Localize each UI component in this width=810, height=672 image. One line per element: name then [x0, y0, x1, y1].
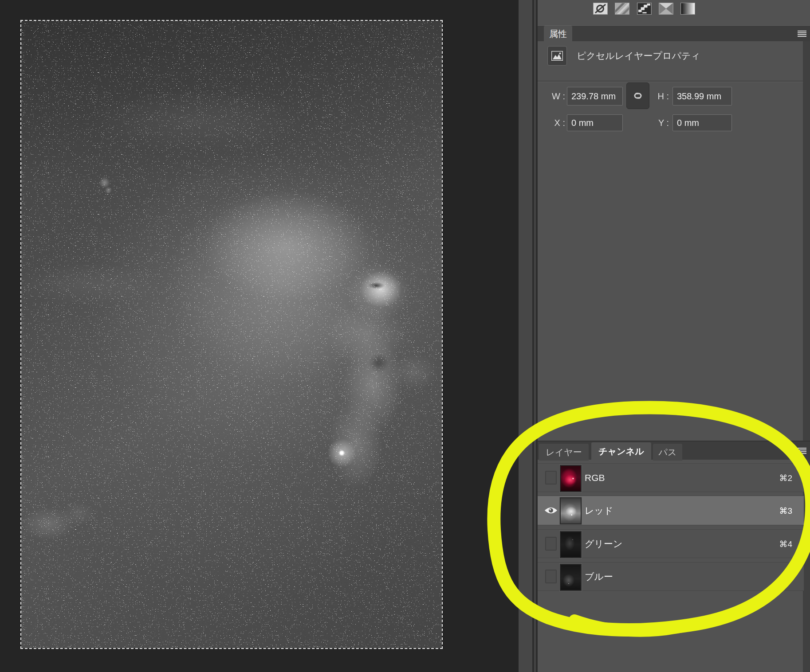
visibility-cell[interactable] — [541, 563, 561, 590]
width-label: W : — [541, 91, 565, 102]
panel-left-border — [532, 0, 538, 672]
channel-shortcut: ⌘2 — [779, 473, 792, 483]
channel-label: グリーン — [585, 538, 622, 550]
channel-row-red[interactable]: レッド ⌘3 — [538, 496, 804, 525]
channel-row-rgb[interactable]: RGB ⌘2 — [538, 463, 804, 492]
channel-thumbnail-rgb — [560, 465, 582, 492]
channel-label: レッド — [585, 504, 613, 517]
visibility-checkbox[interactable] — [545, 471, 557, 484]
channel-row-green[interactable]: グリーン ⌘4 — [538, 529, 804, 558]
channel-shortcut: ⌘4 — [779, 539, 792, 549]
channel-row-blue[interactable]: ブルー — [538, 562, 804, 591]
y-label: Y : — [649, 118, 669, 128]
channel-label: RGB — [585, 473, 605, 483]
photoshop-workspace: 属性 ピクセルレイヤープロパティ W : H : — [0, 0, 810, 672]
gradient-presets-panel — [538, 0, 810, 26]
document-canvas-area — [0, 0, 519, 672]
y-input[interactable] — [672, 114, 732, 131]
height-label: H : — [649, 91, 669, 102]
gradient-steps-icon[interactable] — [637, 3, 652, 15]
panel-scroll-rail[interactable] — [803, 25, 810, 672]
gradient-stripes-icon[interactable] — [615, 3, 629, 15]
eye-icon[interactable] — [544, 506, 558, 515]
tab-properties[interactable]: 属性 — [544, 26, 572, 42]
link-chain-icon — [631, 91, 645, 100]
channels-panel-menu-icon[interactable] — [798, 448, 806, 454]
channels-tab-strip: レイヤー チャンネル パス — [538, 441, 810, 460]
channel-thumbnail-blue — [560, 564, 582, 591]
document-panel-gap — [519, 0, 532, 672]
gradient-triangles-icon[interactable] — [659, 3, 673, 15]
star-noise-overlay — [21, 21, 442, 648]
visibility-checkbox[interactable] — [545, 537, 557, 551]
properties-tab-strip: 属性 — [538, 25, 810, 41]
x-label: X : — [541, 118, 565, 128]
x-input[interactable] — [567, 114, 623, 131]
channel-thumbnail-green — [560, 531, 582, 558]
nebula-image-selection[interactable] — [21, 21, 442, 648]
visibility-cell[interactable] — [541, 464, 561, 492]
tab-paths[interactable]: パス — [653, 444, 682, 461]
tab-channels[interactable]: チャンネル — [591, 442, 651, 461]
panel-column: 属性 ピクセルレイヤープロパティ W : H : — [538, 0, 810, 672]
properties-divider — [538, 81, 803, 82]
width-input[interactable] — [567, 87, 623, 105]
link-dimensions-button[interactable] — [626, 82, 649, 109]
visibility-checkbox[interactable] — [545, 570, 557, 583]
gradient-none-icon[interactable] — [593, 3, 608, 15]
channel-shortcut: ⌘3 — [779, 505, 792, 516]
channel-thumbnail-red — [560, 497, 582, 524]
properties-panel-menu-icon[interactable] — [798, 31, 806, 37]
properties-header-title: ピクセルレイヤープロパティ — [577, 50, 700, 62]
tab-layers[interactable]: レイヤー — [539, 444, 589, 461]
height-input[interactable] — [672, 87, 732, 105]
channel-label: ブルー — [585, 570, 613, 583]
visibility-cell[interactable] — [541, 496, 561, 525]
gradient-linear-icon[interactable] — [680, 3, 695, 15]
visibility-cell[interactable] — [541, 530, 561, 558]
pixel-layer-thumbnail-icon[interactable] — [547, 46, 567, 66]
